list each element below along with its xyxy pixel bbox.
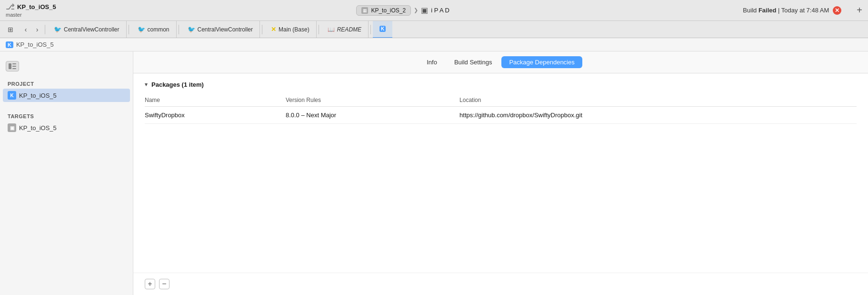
svg-rect-0	[9, 63, 11, 69]
branch-icon: ⎇	[6, 2, 14, 11]
project-icon-blue: K	[8, 91, 16, 100]
doc-icon: 📖	[328, 26, 335, 33]
branch-label: master	[6, 12, 63, 18]
breadcrumb-bar: K KP_to_iOS_5	[0, 38, 868, 51]
svg-rect-2	[12, 66, 16, 67]
tab-central-view-1[interactable]: 🐦 CentralViewController	[47, 21, 127, 38]
tab-label-5: README	[337, 26, 361, 33]
tab-divider-6	[370, 25, 371, 34]
swift-icon-3: 🐦	[188, 26, 195, 33]
inspector-toggle-button[interactable]	[6, 61, 19, 71]
table-row[interactable]: SwiftyDropbox 8.0.0 – Next Major https:/…	[145, 107, 857, 124]
tab-label-4: Main (Base)	[279, 26, 309, 33]
tab-central-view-2[interactable]: 🐦 CentralViewController	[181, 21, 260, 38]
remove-package-button[interactable]: −	[159, 279, 170, 289]
scheme-name: KP_to_iOS_2	[371, 7, 406, 14]
project-breadcrumb-icon: K	[6, 41, 13, 48]
tab-build-settings-button[interactable]: Build Settings	[447, 56, 500, 68]
tab-package-deps-button[interactable]: Package Dependencies	[501, 56, 582, 68]
sidebar: PROJECT K KP_to_iOS_5 TARGETS ▣ KP_to_iO…	[0, 51, 133, 295]
project-item-label: KP_to_iOS_5	[19, 92, 57, 99]
add-tab-button[interactable]: +	[857, 5, 862, 16]
svg-rect-1	[12, 63, 16, 64]
tab-label-2: common	[148, 26, 170, 33]
target-icon-gray: ▣	[8, 123, 16, 132]
ipad-icon: ▣	[421, 6, 428, 15]
content-area: Info Build Settings Package Dependencies…	[133, 51, 868, 295]
collapse-arrow-icon[interactable]: ▾	[145, 81, 148, 88]
scheme-selector[interactable]: ▦ KP_to_iOS_2	[356, 5, 411, 16]
breadcrumb-chevron: ❯	[414, 7, 418, 13]
tab-grid-button[interactable]: ⊞	[4, 23, 17, 36]
bottom-actions: + −	[133, 273, 868, 295]
tab-divider-1	[45, 25, 45, 34]
col-header-version: Version Rules	[286, 94, 459, 107]
col-header-location: Location	[459, 94, 857, 107]
build-status-text: Build Failed | Today at 7:48 AM	[743, 7, 829, 14]
packages-header-label: Packages (1 item)	[151, 81, 204, 88]
device-label: i P A D	[431, 7, 449, 14]
tab-divider-5	[319, 25, 319, 34]
k-icon: K	[379, 26, 386, 32]
project-name-label: KP_to_iOS_5	[17, 3, 56, 11]
sidebar-item-project[interactable]: K KP_to_iOS_5	[3, 89, 130, 102]
tab-label-1: CentralViewController	[64, 26, 120, 33]
project-title: ⎇ KP_to_iOS_5	[6, 2, 63, 11]
swift-icon-2: 🐦	[138, 26, 145, 33]
title-bar: ⎇ KP_to_iOS_5 master ▦ KP_to_iOS_2 ❯ ▣ i…	[0, 0, 868, 21]
section-project-label: PROJECT	[0, 77, 133, 89]
package-location: https://github.com/dropbox/SwiftyDropbox…	[459, 107, 857, 124]
tab-label-3: CentralViewController	[198, 26, 253, 33]
tab-divider-3	[179, 25, 179, 34]
tab-common[interactable]: 🐦 common	[131, 21, 177, 38]
swift-icon-1: 🐦	[54, 26, 61, 33]
main-layout: PROJECT K KP_to_iOS_5 TARGETS ▣ KP_to_iO…	[0, 51, 868, 295]
tab-bar: ⊞ ‹ › 🐦 CentralViewController 🐦 common 🐦…	[0, 21, 868, 38]
package-version: 8.0.0 – Next Major	[286, 107, 459, 124]
scheme-icon: ▦	[361, 7, 368, 14]
add-package-button[interactable]: +	[145, 279, 155, 289]
tab-divider-2	[129, 25, 129, 34]
packages-section: ▾ Packages (1 item) Name Version Rules L…	[133, 73, 868, 273]
section-targets-label: TARGETS	[0, 110, 133, 121]
packages-header: ▾ Packages (1 item)	[145, 81, 857, 88]
project-info: ⎇ KP_to_iOS_5 master	[6, 2, 63, 18]
tab-kp[interactable]: K	[373, 21, 392, 38]
xib-icon: ✕	[271, 26, 276, 33]
package-name: SwiftyDropbox	[145, 107, 286, 124]
device-info[interactable]: ▣ i P A D	[421, 6, 449, 15]
forward-button[interactable]: ›	[31, 24, 43, 35]
content-tabs-bar: Info Build Settings Package Dependencies	[133, 51, 868, 73]
breadcrumb-area: ▦ KP_to_iOS_2 ❯ ▣ i P A D	[70, 5, 735, 16]
back-button[interactable]: ‹	[20, 24, 31, 35]
tab-info-button[interactable]: Info	[419, 56, 445, 68]
sidebar-item-target[interactable]: ▣ KP_to_iOS_5	[0, 121, 133, 134]
packages-table: Name Version Rules Location SwiftyDropbo…	[145, 94, 857, 124]
tab-main-base[interactable]: ✕ Main (Base)	[264, 21, 317, 38]
col-header-name: Name	[145, 94, 286, 107]
tab-readme[interactable]: 📖 README	[321, 21, 369, 38]
svg-rect-3	[12, 68, 16, 69]
target-item-label: KP_to_iOS_5	[19, 124, 57, 132]
inspector-icon	[9, 63, 16, 69]
tab-divider-4	[262, 25, 262, 34]
build-status-area: Build Failed | Today at 7:48 AM ✕	[743, 6, 841, 15]
sidebar-toggle-area	[0, 59, 133, 77]
error-badge: ✕	[833, 6, 841, 15]
breadcrumb-project-name: KP_to_iOS_5	[16, 41, 54, 48]
